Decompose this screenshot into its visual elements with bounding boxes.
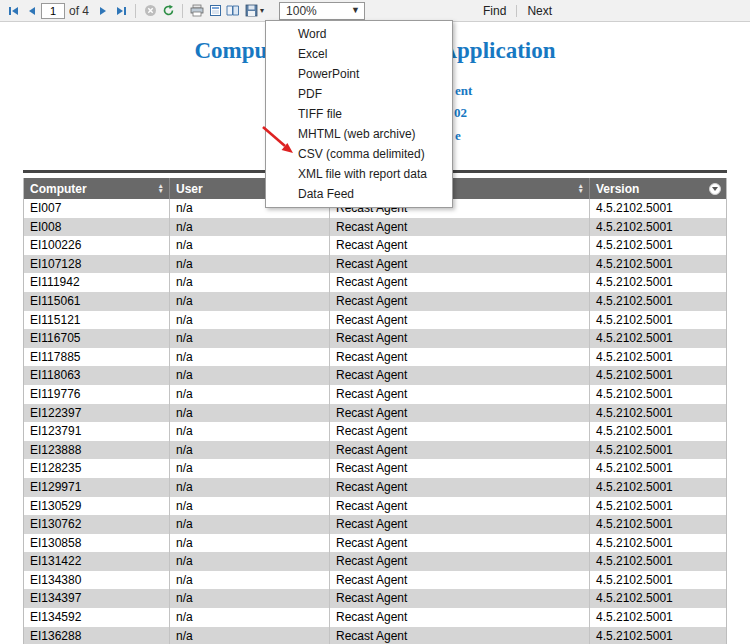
export-dropdown-caret-icon[interactable]: ▾ [260,7,264,15]
cell-version: 4.5.2102.5001 [590,497,726,516]
next-page-button[interactable] [94,2,112,20]
cell-version: 4.5.2102.5001 [590,441,726,460]
report-subtitle-fragment: ent [455,83,472,99]
cell-version: 4.5.2102.5001 [590,422,726,441]
print-button[interactable] [188,2,206,20]
cell-application: Recast Agent [330,515,590,534]
cell-computer: EI115121 [24,311,170,330]
cell-user: n/a [170,329,330,348]
cell-user: n/a [170,608,330,627]
last-page-button[interactable] [112,2,130,20]
table-row: EI111942n/aRecast Agent4.5.2102.5001 [24,273,726,292]
cell-application: Recast Agent [330,273,590,292]
cell-user: n/a [170,627,330,644]
cell-user: n/a [170,459,330,478]
cell-version: 4.5.2102.5001 [590,404,726,423]
table-row: EI123791n/aRecast Agent4.5.2102.5001 [24,422,726,441]
cell-version: 4.5.2102.5001 [590,292,726,311]
stop-button[interactable] [141,2,159,20]
export-menu-item[interactable]: CSV (comma delimited) [266,144,452,164]
toolbar-separator [135,4,136,18]
previous-page-button[interactable] [23,2,41,20]
cell-computer: EI116705 [24,329,170,348]
cell-user: n/a [170,552,330,571]
table-row: EI123888n/aRecast Agent4.5.2102.5001 [24,441,726,460]
find-next-link[interactable]: Next [527,4,552,18]
export-menu-item[interactable]: PDF [266,84,452,104]
cell-version: 4.5.2102.5001 [590,478,726,497]
export-menu-item[interactable]: Word [266,24,452,44]
export-menu-item[interactable]: MHTML (web archive) [266,124,452,144]
cell-version: 4.5.2102.5001 [590,255,726,274]
cell-application: Recast Agent [330,218,590,237]
sort-icon[interactable]: ▲▼ [158,184,164,192]
export-menu: WordExcelPowerPointPDFTIFF fileMHTML (we… [265,20,453,208]
cell-application: Recast Agent [330,441,590,460]
report-toolbar: of 4 ▾ 100% ▼ Find Next [0,0,750,22]
print-icon [190,4,204,17]
export-menu-item[interactable]: Excel [266,44,452,64]
page-setup-icon [226,4,240,17]
export-menu-item[interactable]: Data Feed [266,184,452,204]
first-page-button[interactable] [5,2,23,20]
cell-computer: EI122397 [24,404,170,423]
zoom-select[interactable]: 100% ▼ [279,2,365,20]
cell-user: n/a [170,366,330,385]
export-menu-items: WordExcelPowerPointPDFTIFF fileMHTML (we… [266,24,452,204]
cell-application: Recast Agent [330,422,590,441]
toolbar-separator [182,4,183,18]
table-row: EI117885n/aRecast Agent4.5.2102.5001 [24,348,726,367]
cell-user: n/a [170,571,330,590]
table-row: EI134592n/aRecast Agent4.5.2102.5001 [24,608,726,627]
cell-application: Recast Agent [330,348,590,367]
export-button[interactable]: ▾ [242,4,267,17]
refresh-button[interactable] [159,2,177,20]
find-link[interactable]: Find [483,4,506,18]
cell-computer: EI128235 [24,459,170,478]
cell-user: n/a [170,273,330,292]
previous-page-icon [26,5,38,17]
report-table: Computer ▲▼ User ▲▼ ▲▼ Version EI007n/aR… [23,178,727,644]
table-row: EI115121n/aRecast Agent4.5.2102.5001 [24,311,726,330]
zoom-value: 100% [286,4,317,18]
cell-application: Recast Agent [330,255,590,274]
cell-application: Recast Agent [330,366,590,385]
table-row: EI136288n/aRecast Agent4.5.2102.5001 [24,627,726,644]
cell-user: n/a [170,236,330,255]
column-header-version[interactable]: Version [590,178,726,199]
sorted-column-icon[interactable] [709,183,721,195]
sort-icon[interactable]: ▲▼ [578,184,584,192]
cell-application: Recast Agent [330,627,590,644]
cell-version: 4.5.2102.5001 [590,218,726,237]
table-row: EI129971n/aRecast Agent4.5.2102.5001 [24,478,726,497]
cell-application: Recast Agent [330,589,590,608]
column-header-computer[interactable]: Computer ▲▼ [24,178,170,199]
stop-icon [144,4,157,17]
cell-version: 4.5.2102.5001 [590,608,726,627]
cell-computer: EI100226 [24,236,170,255]
cell-version: 4.5.2102.5001 [590,366,726,385]
report-subtitle-fragment: 02 [454,105,467,121]
cell-application: Recast Agent [330,552,590,571]
export-menu-item[interactable]: TIFF file [266,104,452,124]
export-menu-item[interactable]: XML file with report data [266,164,452,184]
report-subtitle-fragment: e [455,128,461,144]
cell-application: Recast Agent [330,459,590,478]
cell-computer: EI008 [24,218,170,237]
cell-computer: EI123791 [24,422,170,441]
cell-version: 4.5.2102.5001 [590,311,726,330]
cell-version: 4.5.2102.5001 [590,273,726,292]
page-number-input[interactable] [41,3,65,19]
cell-version: 4.5.2102.5001 [590,589,726,608]
cell-user: n/a [170,311,330,330]
cell-application: Recast Agent [330,311,590,330]
cell-application: Recast Agent [330,478,590,497]
print-layout-button[interactable] [206,2,224,20]
export-menu-item[interactable]: PowerPoint [266,64,452,84]
cell-user: n/a [170,348,330,367]
cell-computer: EI117885 [24,348,170,367]
page-setup-button[interactable] [224,2,242,20]
cell-user: n/a [170,534,330,553]
table-row: EI134397n/aRecast Agent4.5.2102.5001 [24,589,726,608]
cell-user: n/a [170,404,330,423]
